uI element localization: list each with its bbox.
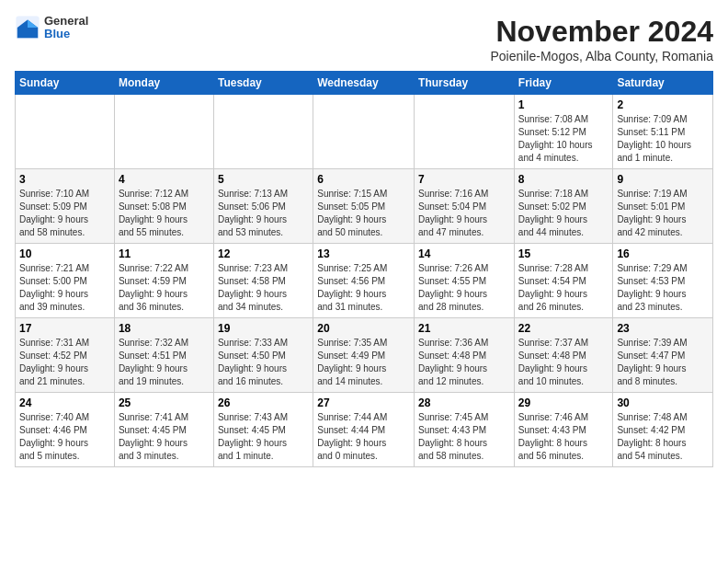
calendar-cell: 23Sunrise: 7:39 AMSunset: 4:47 PMDayligh…	[613, 318, 713, 393]
calendar-cell: 24Sunrise: 7:40 AMSunset: 4:46 PMDayligh…	[16, 393, 115, 467]
day-number: 11	[119, 247, 210, 260]
calendar-cell: 30Sunrise: 7:48 AMSunset: 4:42 PMDayligh…	[613, 393, 713, 467]
calendar: SundayMondayTuesdayWednesdayThursdayFrid…	[15, 71, 713, 467]
calendar-cell: 25Sunrise: 7:41 AMSunset: 4:45 PMDayligh…	[114, 393, 213, 467]
day-number: 22	[518, 322, 609, 335]
day-number: 5	[218, 173, 309, 186]
day-detail: Sunrise: 7:39 AMSunset: 4:47 PMDaylight:…	[617, 337, 709, 388]
calendar-cell	[114, 95, 213, 169]
day-number: 21	[418, 322, 510, 335]
month-title: November 2024	[490, 15, 713, 49]
day-detail: Sunrise: 7:44 AMSunset: 4:44 PMDaylight:…	[317, 411, 410, 463]
day-number: 20	[317, 322, 410, 335]
day-detail: Sunrise: 7:25 AMSunset: 4:56 PMDaylight:…	[317, 262, 410, 314]
calendar-cell: 10Sunrise: 7:21 AMSunset: 5:00 PMDayligh…	[16, 244, 115, 318]
weekday-header: Monday	[114, 72, 213, 95]
calendar-cell: 15Sunrise: 7:28 AMSunset: 4:54 PMDayligh…	[514, 244, 613, 318]
day-detail: Sunrise: 7:28 AMSunset: 4:54 PMDaylight:…	[518, 262, 609, 314]
day-detail: Sunrise: 7:41 AMSunset: 4:45 PMDaylight:…	[119, 411, 210, 463]
day-detail: Sunrise: 7:22 AMSunset: 4:59 PMDaylight:…	[119, 262, 210, 314]
calendar-cell: 17Sunrise: 7:31 AMSunset: 4:52 PMDayligh…	[16, 318, 115, 393]
day-number: 4	[119, 173, 210, 186]
day-number: 14	[418, 247, 510, 260]
day-detail: Sunrise: 7:48 AMSunset: 4:42 PMDaylight:…	[617, 411, 709, 463]
calendar-week-row: 3Sunrise: 7:10 AMSunset: 5:09 PMDaylight…	[16, 169, 713, 244]
day-detail: Sunrise: 7:45 AMSunset: 4:43 PMDaylight:…	[418, 411, 510, 463]
day-number: 2	[617, 98, 709, 111]
day-number: 12	[218, 247, 309, 260]
day-detail: Sunrise: 7:40 AMSunset: 4:46 PMDaylight:…	[19, 411, 110, 463]
logo-general: General	[44, 15, 88, 28]
day-number: 28	[418, 396, 510, 409]
calendar-cell: 5Sunrise: 7:13 AMSunset: 5:06 PMDaylight…	[213, 169, 313, 244]
day-detail: Sunrise: 7:36 AMSunset: 4:48 PMDaylight:…	[418, 337, 510, 388]
calendar-cell: 21Sunrise: 7:36 AMSunset: 4:48 PMDayligh…	[415, 318, 515, 393]
weekday-header: Friday	[514, 72, 613, 95]
calendar-cell: 11Sunrise: 7:22 AMSunset: 4:59 PMDayligh…	[114, 244, 213, 318]
day-detail: Sunrise: 7:10 AMSunset: 5:09 PMDaylight:…	[19, 188, 110, 239]
day-detail: Sunrise: 7:46 AMSunset: 4:43 PMDaylight:…	[518, 411, 609, 463]
day-detail: Sunrise: 7:19 AMSunset: 5:01 PMDaylight:…	[617, 188, 709, 239]
day-number: 8	[518, 173, 609, 186]
weekday-header: Tuesday	[213, 72, 313, 95]
day-detail: Sunrise: 7:43 AMSunset: 4:45 PMDaylight:…	[218, 411, 309, 463]
calendar-cell: 18Sunrise: 7:32 AMSunset: 4:51 PMDayligh…	[114, 318, 213, 393]
calendar-cell: 29Sunrise: 7:46 AMSunset: 4:43 PMDayligh…	[514, 393, 613, 467]
day-detail: Sunrise: 7:12 AMSunset: 5:08 PMDaylight:…	[119, 188, 210, 239]
calendar-cell	[16, 95, 115, 169]
calendar-cell: 8Sunrise: 7:18 AMSunset: 5:02 PMDaylight…	[514, 169, 613, 244]
logo-text: General Blue	[44, 15, 88, 41]
calendar-week-row: 1Sunrise: 7:08 AMSunset: 5:12 PMDaylight…	[16, 95, 713, 169]
calendar-cell: 1Sunrise: 7:08 AMSunset: 5:12 PMDaylight…	[514, 95, 613, 169]
day-number: 15	[518, 247, 609, 260]
calendar-cell: 7Sunrise: 7:16 AMSunset: 5:04 PMDaylight…	[415, 169, 515, 244]
subtitle: Poienile-Mogos, Alba County, Romania	[490, 49, 713, 63]
day-detail: Sunrise: 7:18 AMSunset: 5:02 PMDaylight:…	[518, 188, 609, 239]
calendar-cell: 2Sunrise: 7:09 AMSunset: 5:11 PMDaylight…	[613, 95, 713, 169]
calendar-cell: 20Sunrise: 7:35 AMSunset: 4:49 PMDayligh…	[313, 318, 415, 393]
logo: General Blue	[15, 15, 88, 41]
calendar-cell: 22Sunrise: 7:37 AMSunset: 4:48 PMDayligh…	[514, 318, 613, 393]
day-number: 25	[119, 396, 210, 409]
day-detail: Sunrise: 7:29 AMSunset: 4:53 PMDaylight:…	[617, 262, 709, 314]
calendar-cell: 19Sunrise: 7:33 AMSunset: 4:50 PMDayligh…	[213, 318, 313, 393]
calendar-cell	[213, 95, 313, 169]
title-area: November 2024 Poienile-Mogos, Alba Count…	[490, 15, 713, 63]
day-detail: Sunrise: 7:37 AMSunset: 4:48 PMDaylight:…	[518, 337, 609, 388]
calendar-cell: 16Sunrise: 7:29 AMSunset: 4:53 PMDayligh…	[613, 244, 713, 318]
day-number: 27	[317, 396, 410, 409]
day-detail: Sunrise: 7:31 AMSunset: 4:52 PMDaylight:…	[19, 337, 110, 388]
calendar-cell	[415, 95, 515, 169]
day-detail: Sunrise: 7:16 AMSunset: 5:04 PMDaylight:…	[418, 188, 510, 239]
weekday-header: Sunday	[16, 72, 115, 95]
day-detail: Sunrise: 7:23 AMSunset: 4:58 PMDaylight:…	[218, 262, 309, 314]
weekday-header: Wednesday	[313, 72, 415, 95]
day-number: 19	[218, 322, 309, 335]
calendar-cell: 4Sunrise: 7:12 AMSunset: 5:08 PMDaylight…	[114, 169, 213, 244]
logo-icon	[15, 15, 40, 40]
weekday-header: Saturday	[613, 72, 713, 95]
calendar-cell: 3Sunrise: 7:10 AMSunset: 5:09 PMDaylight…	[16, 169, 115, 244]
day-number: 30	[617, 396, 709, 409]
calendar-cell	[313, 95, 415, 169]
day-number: 9	[617, 173, 709, 186]
calendar-cell: 26Sunrise: 7:43 AMSunset: 4:45 PMDayligh…	[213, 393, 313, 467]
day-detail: Sunrise: 7:26 AMSunset: 4:55 PMDaylight:…	[418, 262, 510, 314]
day-detail: Sunrise: 7:32 AMSunset: 4:51 PMDaylight:…	[119, 337, 210, 388]
day-number: 17	[19, 322, 110, 335]
calendar-week-row: 24Sunrise: 7:40 AMSunset: 4:46 PMDayligh…	[16, 393, 713, 467]
day-detail: Sunrise: 7:33 AMSunset: 4:50 PMDaylight:…	[218, 337, 309, 388]
calendar-week-row: 17Sunrise: 7:31 AMSunset: 4:52 PMDayligh…	[16, 318, 713, 393]
day-number: 3	[19, 173, 110, 186]
day-detail: Sunrise: 7:15 AMSunset: 5:05 PMDaylight:…	[317, 188, 410, 239]
calendar-cell: 9Sunrise: 7:19 AMSunset: 5:01 PMDaylight…	[613, 169, 713, 244]
day-number: 29	[518, 396, 609, 409]
day-number: 1	[518, 98, 609, 111]
calendar-cell: 13Sunrise: 7:25 AMSunset: 4:56 PMDayligh…	[313, 244, 415, 318]
day-number: 23	[617, 322, 709, 335]
day-number: 16	[617, 247, 709, 260]
header: General Blue November 2024 Poienile-Mogo…	[15, 15, 713, 63]
day-number: 6	[317, 173, 410, 186]
weekday-header-row: SundayMondayTuesdayWednesdayThursdayFrid…	[16, 72, 713, 95]
calendar-week-row: 10Sunrise: 7:21 AMSunset: 5:00 PMDayligh…	[16, 244, 713, 318]
